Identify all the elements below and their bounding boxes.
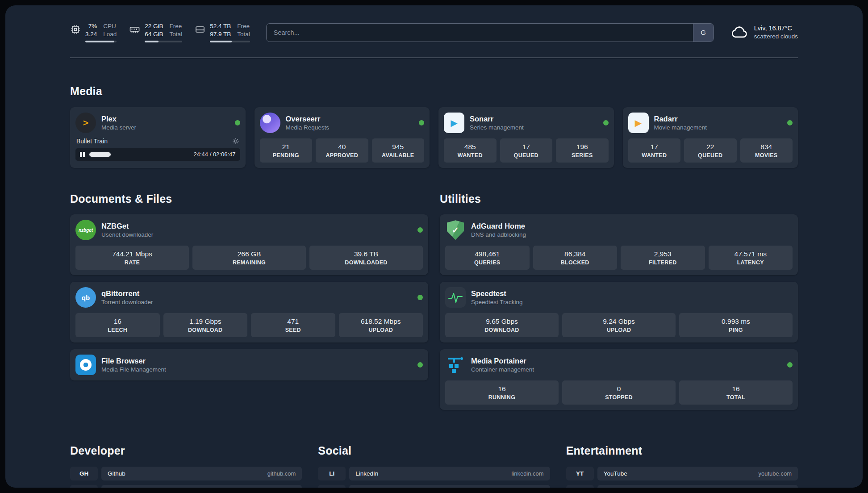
cpu-usage-value: 7% bbox=[88, 22, 97, 30]
service-desc: Torrent downloader bbox=[101, 299, 153, 305]
status-dot bbox=[603, 120, 609, 125]
status-dot bbox=[787, 362, 793, 368]
disk-usage-bar bbox=[210, 41, 250, 42]
service-link-radarr[interactable]: ▶ Radarr Movie management bbox=[628, 113, 793, 133]
stat-label: TOTAL bbox=[681, 394, 791, 401]
stat-label: BLOCKED bbox=[535, 259, 616, 266]
service-link-portainer[interactable]: Media Portainer Container management bbox=[445, 355, 793, 375]
stat-label: DOWNLOADED bbox=[311, 259, 421, 266]
service-link-overseerr[interactable]: Overseerr Media Requests bbox=[260, 113, 425, 133]
plex-icon: > bbox=[75, 113, 96, 133]
service-link-qbittorrent[interactable]: qb qBittorrent Torrent downloader bbox=[75, 287, 423, 308]
section-title-entertainment: Entertainment bbox=[566, 444, 798, 457]
cloud-icon bbox=[730, 25, 749, 41]
service-card-filebrowser: File Browser Media File Management bbox=[70, 349, 428, 380]
status-dot bbox=[417, 295, 423, 300]
overseerr-icon bbox=[260, 113, 280, 133]
stat-tile: 16 TOTAL bbox=[679, 380, 793, 405]
service-card-plex: > Plex Media server Bullet Train bbox=[70, 107, 246, 168]
service-name: Plex bbox=[101, 115, 136, 123]
service-card-qbittorrent: qb qBittorrent Torrent downloader 16 LEE… bbox=[70, 282, 428, 343]
service-name: Media Portainer bbox=[471, 357, 534, 365]
service-name: Overseerr bbox=[286, 115, 330, 123]
service-name: AdGuard Home bbox=[471, 222, 526, 230]
resource-widgets: 7% 3.24 CPU Load bbox=[70, 22, 250, 42]
stat-value: 266 GB bbox=[194, 250, 304, 258]
cpu-load-value: 3.24 bbox=[85, 30, 97, 38]
top-bar: 7% 3.24 CPU Load bbox=[70, 5, 798, 42]
stat-value: 22 bbox=[686, 143, 735, 151]
stat-tile: 266 GB REMAINING bbox=[192, 246, 306, 270]
gear-icon[interactable] bbox=[232, 138, 239, 145]
progress-bar[interactable] bbox=[89, 152, 111, 157]
bookmark-abbr: YT bbox=[566, 467, 594, 480]
bookmark-github[interactable]: GH Github github.com bbox=[70, 467, 302, 480]
stat-tile: 1.19 Gbps DOWNLOAD bbox=[163, 313, 248, 337]
stat-value: 17 bbox=[502, 143, 551, 151]
service-desc: Media server bbox=[101, 124, 136, 131]
disk-total-label: Total bbox=[237, 30, 250, 38]
service-link-nzbget[interactable]: nzbget NZBGet Usenet downloader bbox=[75, 220, 423, 240]
bookmark-netflix[interactable]: NF Netflix netflix.com bbox=[566, 485, 798, 488]
cpu-widget: 7% 3.24 CPU Load bbox=[70, 22, 117, 42]
stat-value: 618.52 Mbps bbox=[341, 318, 421, 326]
stat-label: LATENCY bbox=[710, 259, 791, 266]
service-link-adguard[interactable]: ✓ AdGuard Home DNS and adblocking bbox=[445, 220, 793, 240]
bookmark-linkedin[interactable]: LI LinkedIn linkedin.com bbox=[318, 467, 550, 480]
service-name: NZBGet bbox=[101, 222, 153, 230]
service-link-filebrowser[interactable]: File Browser Media File Management bbox=[75, 355, 423, 375]
stat-value: 0.993 ms bbox=[681, 318, 791, 326]
service-name: qBittorrent bbox=[101, 289, 153, 298]
stat-tile: 22 QUEUED bbox=[684, 138, 737, 163]
stat-value: 16 bbox=[447, 385, 557, 393]
stat-value: 9.65 Gbps bbox=[447, 318, 557, 326]
service-card-sonarr: ▶ Sonarr Series management 485 WANTED bbox=[438, 107, 614, 168]
dashboard-window: 7% 3.24 CPU Load bbox=[5, 5, 863, 488]
stat-tile: 17 QUEUED bbox=[500, 138, 553, 163]
service-desc: Movie management bbox=[654, 124, 707, 131]
stat-tile: 16 RUNNING bbox=[445, 380, 559, 405]
stat-tile: 39.6 TB DOWNLOADED bbox=[309, 246, 423, 270]
bookmark-name: YouTube bbox=[604, 470, 627, 477]
stat-value: 39.6 TB bbox=[311, 250, 421, 258]
filebrowser-icon bbox=[75, 355, 96, 375]
stat-value: 86,384 bbox=[535, 250, 616, 258]
sonarr-icon: ▶ bbox=[444, 113, 464, 133]
service-name: Sonarr bbox=[470, 115, 524, 123]
stat-tile: 834 MOVIES bbox=[740, 138, 793, 163]
service-link-speedtest[interactable]: Speedtest Speedtest Tracking bbox=[445, 287, 793, 308]
stat-label: RATE bbox=[77, 259, 187, 266]
stat-tile: 17 WANTED bbox=[628, 138, 681, 163]
bookmark-stackoverflow[interactable]: SO StackOverflow stackoverflow.com bbox=[70, 485, 302, 488]
bookmark-youtube[interactable]: YT YouTube youtube.com bbox=[566, 467, 798, 480]
status-dot bbox=[417, 362, 423, 368]
weather-condition: scattered clouds bbox=[754, 33, 798, 41]
bookmark-twitter[interactable]: TW Twitter twitter.com bbox=[318, 485, 550, 488]
disk-drive-icon bbox=[195, 24, 205, 35]
section-title-documents: Documents & Files bbox=[70, 192, 428, 205]
service-card-overseerr: Overseerr Media Requests 21 PENDING 40 A… bbox=[255, 107, 430, 168]
search-input[interactable] bbox=[267, 24, 693, 42]
stat-value: 744.21 Mbps bbox=[77, 250, 187, 258]
stat-value: 498,461 bbox=[447, 250, 528, 258]
stat-value: 196 bbox=[558, 143, 607, 151]
memory-total-value: 64 GiB bbox=[145, 30, 163, 38]
service-link-sonarr[interactable]: ▶ Sonarr Series management bbox=[444, 113, 609, 133]
bookmark-domain: github.com bbox=[267, 470, 296, 477]
status-dot bbox=[417, 227, 423, 233]
section-title-developer: Developer bbox=[70, 444, 302, 457]
stat-value: 16 bbox=[77, 318, 158, 326]
service-link-plex[interactable]: > Plex Media server bbox=[75, 113, 240, 133]
pause-icon[interactable] bbox=[80, 152, 85, 157]
disk-total-value: 97.9 TB bbox=[210, 30, 231, 38]
stat-label: PING bbox=[681, 327, 791, 333]
service-name: File Browser bbox=[101, 357, 166, 365]
service-name: Radarr bbox=[654, 115, 707, 123]
stat-value: 1.19 Gbps bbox=[165, 318, 246, 326]
playback-bar: 24:44 / 02:06:47 bbox=[75, 148, 240, 161]
stat-label: DOWNLOAD bbox=[165, 327, 246, 333]
speedtest-graph-icon bbox=[445, 287, 466, 308]
search-provider-button[interactable]: G bbox=[693, 24, 714, 42]
bookmark-abbr: NF bbox=[566, 485, 594, 488]
stat-value: 2,953 bbox=[622, 250, 703, 258]
